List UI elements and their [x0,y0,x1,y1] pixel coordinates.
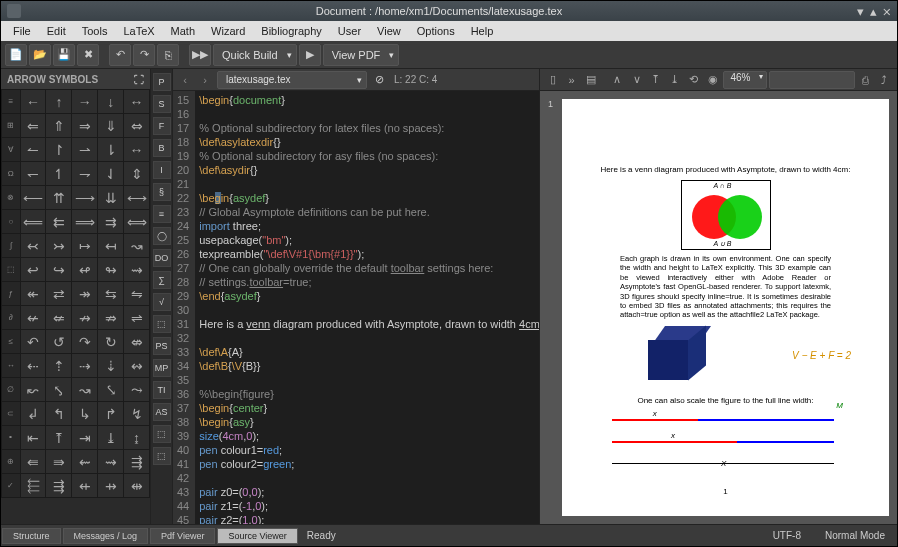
vtool-button[interactable]: I [153,161,171,179]
menu-wizard[interactable]: Wizard [203,23,253,39]
page-layout-button[interactable]: ▯ [544,71,561,89]
arrow-symbol[interactable]: ⇣ [98,354,124,378]
vtool-button[interactable]: ∑ [153,271,171,289]
arrow-symbol[interactable]: ⇥ [72,426,98,450]
arrow-symbol[interactable]: ⇃ [98,162,124,186]
arrow-symbol[interactable]: ⇹ [124,474,150,498]
print-button[interactable]: ⎙ [857,71,874,89]
vtool-button[interactable]: ◯ [153,227,171,245]
arrow-symbol[interactable]: ↠ [72,282,98,306]
arrow-symbol[interactable]: ↣ [46,234,72,258]
open-file-button[interactable]: 📂 [29,44,51,66]
status-tab-structure[interactable]: Structure [2,528,61,544]
arrow-symbol[interactable]: ⇐ [20,114,46,138]
arrow-symbol[interactable]: ↯ [124,402,150,426]
symbol-category[interactable]: ↔ [2,354,21,378]
arrow-symbol[interactable]: ⇀ [72,138,98,162]
arrow-symbol[interactable]: ↲ [20,402,46,426]
arrow-symbol[interactable]: ⇌ [124,306,150,330]
active-tab[interactable]: latexusage.tex [217,71,367,89]
maximize-button[interactable]: ▴ [870,4,877,19]
menu-tools[interactable]: Tools [74,23,116,39]
symbol-category[interactable]: ∀ [2,138,21,162]
new-file-button[interactable]: 📄 [5,44,27,66]
arrow-symbol[interactable]: ⬱ [20,474,46,498]
arrow-symbol[interactable]: ↬ [98,258,124,282]
view-select[interactable]: View PDF [323,44,400,66]
arrow-symbol[interactable]: ⟹ [72,210,98,234]
arrow-symbol[interactable]: ↺ [46,330,72,354]
arrow-symbol[interactable]: ↼ [20,138,46,162]
symbol-category[interactable]: Ω [2,162,21,186]
arrow-symbol[interactable]: ⇑ [46,114,72,138]
menu-latex[interactable]: LaTeX [115,23,162,39]
arrow-symbol[interactable]: ⤒ [46,426,72,450]
arrow-symbol[interactable]: ↾ [46,138,72,162]
symbol-category[interactable]: ∂ [2,306,21,330]
arrow-symbol[interactable]: ⇢ [72,354,98,378]
arrow-symbol[interactable]: ⟺ [124,210,150,234]
vtool-button[interactable]: MP [153,359,171,377]
vtool-button[interactable]: ⬚ [153,425,171,443]
arrow-symbol[interactable]: ↿ [46,162,72,186]
symbol-category[interactable]: ⊕ [2,450,21,474]
tab-next-button[interactable]: › [197,74,213,86]
zoom-select[interactable]: 46% [723,71,767,89]
arrow-symbol[interactable]: ↢ [20,234,46,258]
arrow-symbol[interactable]: ↭ [124,354,150,378]
arrow-symbol[interactable]: ⇷ [72,474,98,498]
symbol-category[interactable]: ≡ [2,90,21,114]
arrow-symbol[interactable]: ⇓ [98,114,124,138]
arrow-symbol[interactable]: ↨ [124,426,150,450]
sync-button[interactable]: ⟲ [685,71,702,89]
arrow-symbol[interactable]: ⇈ [46,186,72,210]
arrow-symbol[interactable]: ↷ [72,330,98,354]
arrow-symbol[interactable]: ↻ [98,330,124,354]
close-button[interactable]: ⨉ [883,3,891,19]
status-tab-pdfviewer[interactable]: Pdf Viewer [150,528,215,544]
arrow-symbol[interactable]: ⤳ [124,378,150,402]
arrow-symbol[interactable]: ⇎ [124,330,150,354]
external-button[interactable]: ⤴ [876,71,893,89]
arrow-symbol[interactable]: ↝ [72,378,98,402]
vtool-button[interactable]: P [153,73,171,91]
arrow-symbol[interactable]: ⤣ [46,378,72,402]
arrow-symbol[interactable]: → [72,90,98,114]
close-doc-button[interactable]: ✖ [77,44,99,66]
copy-button[interactable]: ⎘ [157,44,179,66]
menu-math[interactable]: Math [163,23,203,39]
arrow-symbol[interactable]: ↔ [124,90,150,114]
symbol-category[interactable]: ∫ [2,234,21,258]
first-page-button[interactable]: ⤒ [647,71,664,89]
redo-button[interactable]: ↷ [133,44,155,66]
symbol-category[interactable]: ≤ [2,330,21,354]
arrow-symbol[interactable]: ⇶ [124,450,150,474]
vtool-button[interactable]: ≡ [153,205,171,223]
arrow-symbol[interactable]: ⤓ [98,426,124,450]
arrow-symbol[interactable]: ⇆ [98,282,124,306]
arrow-symbol[interactable]: ↚ [20,306,46,330]
arrow-symbol[interactable]: ↜ [20,378,46,402]
symbol-category[interactable]: ⬚ [2,258,21,282]
menu-help[interactable]: Help [463,23,502,39]
arrow-symbol[interactable]: ↽ [20,162,46,186]
vtool-button[interactable]: S [153,95,171,113]
arrow-symbol[interactable]: ↔ [124,138,150,162]
arrow-symbol[interactable]: ⇕ [124,162,150,186]
arrow-symbol[interactable]: ⇋ [124,282,150,306]
menu-bibliography[interactable]: Bibliography [253,23,330,39]
arrow-symbol[interactable]: ⇸ [98,474,124,498]
arrow-symbol[interactable]: ⇔ [124,114,150,138]
arrow-symbol[interactable]: ↞ [20,282,46,306]
vtool-button[interactable]: AS [153,403,171,421]
symbol-category[interactable]: ⊞ [2,114,21,138]
symbol-category[interactable]: ⊂ [2,402,21,426]
continuous-button[interactable]: » [563,71,580,89]
arrow-symbol[interactable]: ⟵ [20,186,46,210]
arrow-symbol[interactable]: ⇶ [46,474,72,498]
vtool-button[interactable]: PS [153,337,171,355]
symbol-category[interactable]: ✓ [2,474,21,498]
arrow-symbol[interactable]: ↦ [72,234,98,258]
arrow-symbol[interactable]: ⟸ [20,210,46,234]
vtool-button[interactable]: § [153,183,171,201]
